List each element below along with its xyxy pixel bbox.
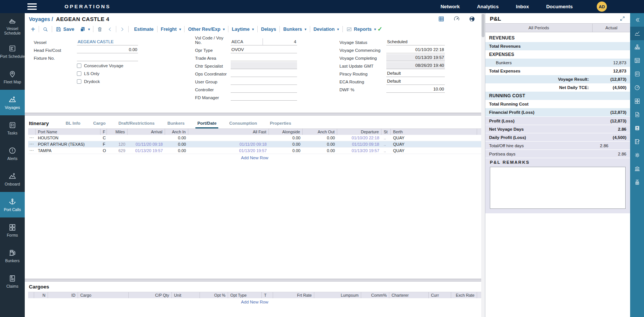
dwf-pct-field[interactable]: 10.00 [386, 86, 445, 93]
horizontal-splitter[interactable] [25, 279, 481, 282]
voyage-status-field[interactable]: Scheduled [386, 38, 445, 45]
itinerary-row[interactable]: ··· HOUSTON C 0.00 0.00 0.00 01/10/20 22… [28, 135, 481, 141]
sidebar-item-tasks[interactable]: Tasks [0, 115, 25, 141]
add-button[interactable]: + [31, 26, 35, 32]
ls-only-checkbox[interactable] [77, 71, 81, 76]
delete-button[interactable] [97, 26, 103, 32]
deviation-menu[interactable]: Deviation▾ [314, 27, 339, 32]
sidebar-item-claims[interactable]: Claims [0, 269, 25, 294]
piracy-routing-field[interactable]: Default [386, 70, 445, 77]
horizontal-splitter[interactable] [25, 113, 481, 116]
fixture-no-field[interactable] [77, 54, 138, 61]
globe-icon[interactable] [468, 15, 476, 23]
search-button[interactable] [42, 26, 48, 32]
save-button[interactable]: Save [56, 26, 74, 32]
table-form-icon[interactable] [630, 54, 644, 67]
estimate-button[interactable]: Estimate [134, 27, 153, 32]
bunkers-menu[interactable]: Bunkers▾ [283, 27, 306, 32]
map-pin-icon [8, 70, 17, 78]
hamburger-menu-icon[interactable] [27, 3, 37, 10]
scrollbar-thumb[interactable] [482, 14, 485, 37]
trade-area-field[interactable] [231, 54, 297, 61]
nav-documents[interactable]: Documents [546, 4, 573, 9]
tab-consumption[interactable]: Consumption [229, 121, 257, 128]
copy-button[interactable]: ▾ [80, 26, 90, 32]
sidebar-item-voyages[interactable]: Voyages [0, 90, 25, 115]
pnl-row-total-running-cost: Total Running Cost [485, 100, 630, 108]
document-icon[interactable] [630, 108, 644, 121]
bank-icon[interactable] [630, 162, 644, 175]
user-avatar[interactable]: AD [597, 2, 607, 12]
sidebar-item-port-calls[interactable]: Port Calls [0, 192, 25, 217]
vessel-field[interactable]: AEGEAN CASTLE [77, 38, 138, 45]
consecutive-voyage-checkbox[interactable] [77, 63, 81, 68]
sidebar-item-bunkers[interactable]: Bunkers [0, 243, 25, 269]
voy-no-field[interactable]: 4 [263, 38, 297, 45]
sidebar-item-alerts[interactable]: Alerts [0, 141, 25, 166]
nav-analytics[interactable]: Analytics [477, 4, 499, 9]
eca-routing-field[interactable]: Default [386, 78, 445, 85]
chevron-down-icon: ▾ [252, 27, 254, 31]
pnl-period-header[interactable]: All Periods [485, 24, 593, 32]
reports-menu[interactable]: Reports▾ [346, 26, 376, 32]
row-menu-icon[interactable]: ··· [28, 135, 36, 141]
expand-icon[interactable] [619, 15, 626, 22]
nav-inbox[interactable]: Inbox [516, 4, 529, 9]
pnl-remarks-input[interactable] [490, 167, 626, 209]
drydock-checkbox[interactable] [77, 79, 81, 84]
network-tree-icon[interactable] [630, 40, 644, 54]
tab-draft-restrictions[interactable]: Draft/Restrictions [119, 121, 155, 128]
sidebar-item-forms[interactable]: Forms [0, 217, 25, 243]
tab-cargo[interactable]: Cargo [93, 121, 105, 128]
compass-edit-icon[interactable] [630, 81, 644, 94]
grid-view-icon[interactable] [438, 15, 445, 23]
itinerary-row[interactable]: ··· TAMPA O 629 01/13/20 19:57 0.00 01/1… [28, 148, 481, 154]
copy-icon [80, 26, 86, 32]
next-button[interactable] [120, 27, 125, 32]
tab-properties[interactable]: Properties [270, 121, 291, 128]
pnl-row-bunkers[interactable]: Bunkers12,873 [485, 59, 630, 67]
gear-icon[interactable] [630, 148, 644, 162]
head-fix-cost-field[interactable]: 0.00 [77, 46, 138, 53]
tab-bl-info[interactable]: BL Info [66, 121, 80, 128]
ops-coordinator-field[interactable] [231, 70, 297, 77]
breadcrumb-voyages-link[interactable]: Voyages / [29, 16, 53, 22]
opr-type-field[interactable]: OVOV [231, 46, 297, 53]
pnl-basis-header[interactable]: Actual [593, 24, 630, 32]
tab-bunkers[interactable]: Bunkers [167, 121, 185, 128]
analytics-chart-icon[interactable] [630, 27, 644, 40]
gauge-icon[interactable] [453, 15, 460, 23]
tab-port-date[interactable]: Port/Date [197, 121, 216, 128]
delays-button[interactable]: Delays [261, 27, 276, 32]
itinerary-row-selected[interactable]: ··· PORT ARTHUR (TEXAS) F 120 01/11/20 0… [28, 141, 481, 148]
other-rev-exp-menu[interactable]: Other Rev/Exp▾ [188, 27, 225, 32]
main-scrollbar[interactable] [481, 13, 485, 317]
nav-network[interactable]: Network [440, 4, 459, 9]
vsl-code-field[interactable]: AECA [231, 38, 263, 45]
itinerary-add-new-row-link[interactable]: Add New Row [28, 154, 481, 162]
checklist-icon[interactable] [630, 67, 644, 81]
consecutive-voyage-option[interactable]: Consecutive Voyage [34, 62, 138, 69]
drydock-option[interactable]: Drydock [34, 77, 138, 85]
laytime-menu[interactable]: Laytime▾ [232, 27, 254, 32]
ls-only-option[interactable]: LS Only [34, 69, 138, 77]
validate-check-icon[interactable]: ✓ [377, 26, 382, 33]
forms-grid-icon[interactable] [630, 94, 644, 108]
prev-button[interactable] [107, 27, 113, 32]
sidebar-item-vessel-schedule[interactable]: Vessel Schedule [0, 13, 25, 39]
freight-menu[interactable]: Freight▾ [161, 27, 181, 32]
sidebar-item-fleet-map[interactable]: Fleet Map [0, 64, 25, 90]
cargoes-add-new-row-link[interactable]: Add New Row [28, 298, 481, 306]
voyage-commencing-field[interactable]: 01/10/20 22:18 [386, 46, 445, 53]
crane-container-icon[interactable] [630, 175, 644, 189]
id-card-icon[interactable] [630, 121, 644, 135]
collapse-panel-icon[interactable] [630, 13, 644, 27]
row-menu-icon[interactable]: ··· [28, 148, 36, 154]
fd-manager-field[interactable] [231, 94, 297, 101]
notebook-edit-icon[interactable] [630, 135, 644, 148]
controller-field[interactable] [231, 86, 297, 93]
row-menu-icon[interactable]: ··· [28, 141, 36, 147]
sidebar-item-onboard[interactable]: Onboard [0, 166, 25, 192]
sidebar-item-port-schedule[interactable]: Port Schedule [0, 39, 25, 64]
user-group-field[interactable] [231, 78, 297, 85]
